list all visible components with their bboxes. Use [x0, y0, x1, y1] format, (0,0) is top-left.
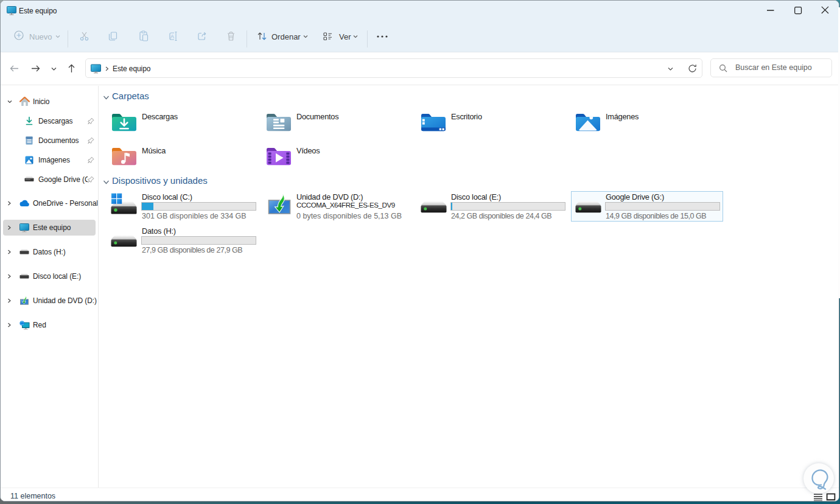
svg-text:A: A	[170, 33, 174, 40]
